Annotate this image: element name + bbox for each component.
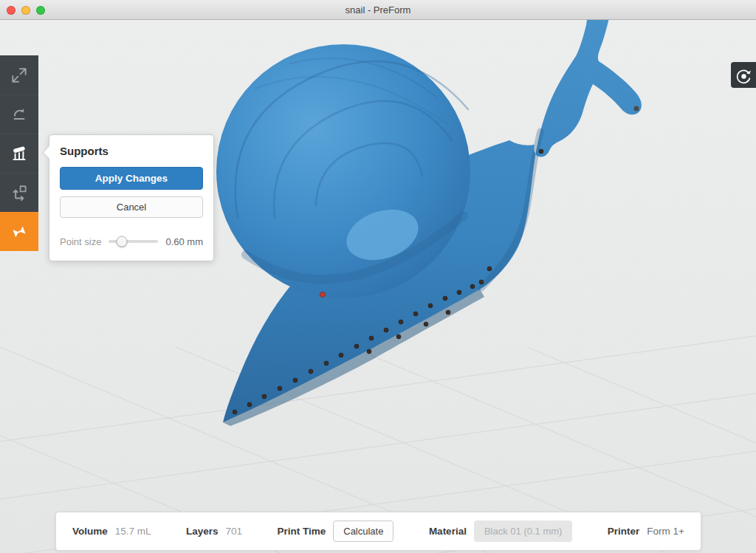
stat-layers: Layers 701: [186, 526, 242, 537]
support-point[interactable]: [367, 349, 371, 354]
support-point[interactable]: [369, 336, 374, 340]
stat-material: Material Black 01 (0.1 mm): [429, 521, 573, 542]
supports-icon: [10, 144, 29, 163]
stat-printer: Printer Form 1+: [608, 526, 684, 537]
printer-value: Form 1+: [647, 526, 684, 537]
support-point[interactable]: [309, 369, 313, 374]
viewport-3d[interactable]: Supports Apply Changes Cancel Point size…: [0, 20, 756, 553]
tool-orient[interactable]: [0, 95, 38, 134]
support-point-selected[interactable]: [320, 292, 325, 297]
window-title: snail - PreForm: [0, 4, 756, 16]
orbit-view-button[interactable]: [731, 62, 756, 88]
volume-label: Volume: [72, 526, 108, 537]
support-point[interactable]: [446, 310, 450, 315]
support-point[interactable]: [247, 402, 252, 407]
layers-value: 701: [226, 526, 243, 537]
stat-volume: Volume 15.7 mL: [72, 526, 151, 537]
support-point[interactable]: [413, 312, 418, 316]
slider-handle[interactable]: [116, 236, 127, 247]
support-point[interactable]: [262, 394, 267, 399]
supports-panel: Supports Apply Changes Cancel Point size…: [49, 134, 214, 261]
tool-supports[interactable]: [0, 134, 38, 173]
support-point[interactable]: [487, 267, 492, 271]
apply-changes-button[interactable]: Apply Changes: [60, 167, 203, 190]
point-size-slider[interactable]: [109, 236, 158, 247]
support-point[interactable]: [396, 334, 401, 339]
material-select[interactable]: Black 01 (0.1 mm): [474, 521, 572, 542]
snail-model[interactable]: [216, 20, 642, 426]
layers-label: Layers: [186, 526, 219, 537]
print-time-label: Print Time: [277, 526, 326, 537]
support-point[interactable]: [384, 328, 388, 332]
scene-canvas[interactable]: [0, 20, 756, 553]
support-point[interactable]: [339, 353, 343, 357]
support-point[interactable]: [233, 410, 237, 414]
support-point[interactable]: [443, 296, 447, 300]
support-point[interactable]: [278, 386, 282, 391]
support-point[interactable]: [293, 378, 298, 382]
point-size-label: Point size: [60, 236, 101, 247]
volume-value: 15.7 mL: [115, 526, 151, 537]
supports-panel-title: Supports: [60, 145, 203, 157]
orient-icon: [10, 105, 29, 124]
traffic-lights: [7, 0, 45, 20]
stat-print-time: Print Time Calculate: [277, 521, 394, 542]
printer-label: Printer: [608, 526, 640, 537]
orbit-icon: [735, 66, 752, 84]
cancel-button[interactable]: Cancel: [60, 196, 203, 218]
support-point[interactable]: [428, 303, 433, 308]
titlebar: snail - PreForm: [0, 0, 756, 20]
support-point[interactable]: [470, 284, 475, 289]
app-window: snail - PreForm: [0, 0, 756, 553]
support-point[interactable]: [539, 149, 543, 154]
calculate-button[interactable]: Calculate: [333, 521, 394, 542]
tool-print[interactable]: [0, 212, 38, 251]
support-point[interactable]: [424, 322, 428, 326]
layout-icon: [10, 183, 29, 202]
resize-icon: [10, 66, 29, 85]
print-icon: [10, 222, 29, 241]
tool-size[interactable]: [0, 55, 38, 95]
point-size-value: 0.60 mm: [165, 236, 203, 247]
status-bar: Volume 15.7 mL Layers 701 Print Time Cal…: [55, 512, 701, 551]
minimize-button[interactable]: [21, 6, 30, 15]
support-point[interactable]: [399, 320, 403, 324]
tool-sidebar: [0, 55, 38, 251]
zoom-button[interactable]: [36, 6, 45, 15]
material-label: Material: [429, 526, 467, 537]
tentacle-tip: [634, 106, 639, 111]
support-point[interactable]: [354, 344, 359, 348]
support-point[interactable]: [324, 361, 329, 365]
tool-layout[interactable]: [0, 173, 38, 212]
support-point[interactable]: [457, 290, 461, 295]
point-size-row: Point size 0.60 mm: [60, 236, 203, 247]
close-button[interactable]: [7, 6, 16, 15]
support-point[interactable]: [479, 280, 484, 284]
